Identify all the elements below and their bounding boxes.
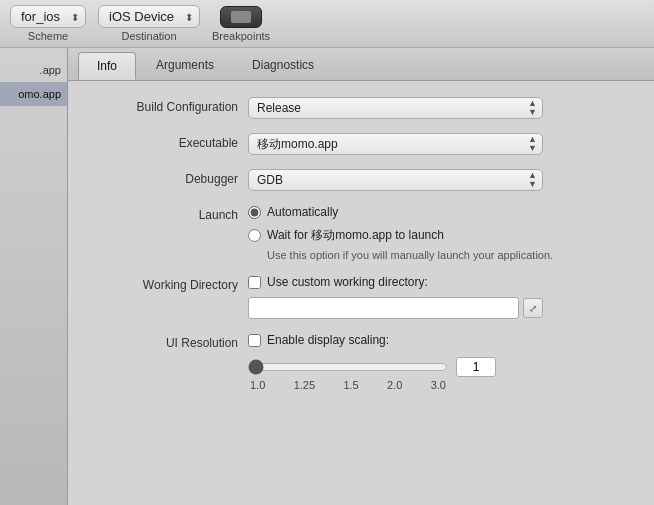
slider-value-display: 1 xyxy=(456,357,496,377)
ui-resolution-checkbox-label: Enable display scaling: xyxy=(267,333,389,347)
destination-select-wrap: iOS Device ⬍ xyxy=(98,5,200,28)
ui-resolution-control: Enable display scaling: 1 1.0 1.25 1.5 2… xyxy=(248,333,634,391)
ui-resolution-label: UI Resolution xyxy=(88,333,248,350)
build-config-row: Build Configuration Release ▲▼ xyxy=(88,97,634,119)
slider-label-3: 2.0 xyxy=(387,379,402,391)
debugger-row: Debugger GDB ▲▼ xyxy=(88,169,634,191)
launch-wait-sublabel: Use this option if you will manually lau… xyxy=(267,249,634,261)
destination-select[interactable]: iOS Device xyxy=(98,5,200,28)
executable-label: Executable xyxy=(88,133,248,150)
breakpoints-group: Breakpoints xyxy=(212,6,270,42)
destination-group: iOS Device ⬍ Destination xyxy=(98,5,200,42)
sidebar-item-0[interactable]: .app xyxy=(0,58,67,82)
tab-info[interactable]: Info xyxy=(78,52,136,80)
launch-row: Launch Automatically Wait for 移动momo.app… xyxy=(88,205,634,261)
launch-auto-label: Automatically xyxy=(267,205,338,219)
launch-auto-radio[interactable] xyxy=(248,206,261,219)
sidebar-item-1[interactable]: omo.app xyxy=(0,82,67,106)
sidebar: .app omo.app xyxy=(0,48,68,505)
destination-label: Destination xyxy=(121,30,176,42)
expand-icon: ⤢ xyxy=(529,303,537,314)
slider-label-2: 1.5 xyxy=(343,379,358,391)
slider-label-0: 1.0 xyxy=(250,379,265,391)
slider-labels: 1.0 1.25 1.5 2.0 3.0 xyxy=(248,379,448,391)
working-dir-control: Use custom working directory: ⤢ xyxy=(248,275,634,319)
working-dir-checkbox-row: Use custom working directory: xyxy=(248,275,634,289)
slider-label-1: 1.25 xyxy=(294,379,315,391)
slider-row: 1 xyxy=(248,357,634,377)
working-dir-checkbox[interactable] xyxy=(248,276,261,289)
executable-select[interactable]: 移动momo.app xyxy=(248,133,543,155)
executable-row: Executable 移动momo.app ▲▼ xyxy=(88,133,634,155)
scheme-group: for_ios ⬍ Scheme xyxy=(10,5,86,42)
working-dir-checkbox-label: Use custom working directory: xyxy=(267,275,428,289)
breakpoints-icon xyxy=(231,11,251,23)
slider-label-4: 3.0 xyxy=(431,379,446,391)
executable-select-wrap: 移动momo.app ▲▼ xyxy=(248,133,543,155)
build-config-select-wrap: Release ▲▼ xyxy=(248,97,543,119)
toolbar: for_ios ⬍ Scheme iOS Device ⬍ Destinatio… xyxy=(0,0,654,48)
working-dir-row: Working Directory Use custom working dir… xyxy=(88,275,634,319)
ui-resolution-checkbox-row: Enable display scaling: xyxy=(248,333,634,347)
debugger-select[interactable]: GDB xyxy=(248,169,543,191)
form-area: Build Configuration Release ▲▼ Executabl… xyxy=(68,81,654,505)
working-dir-input-wrap: ⤢ xyxy=(248,297,543,319)
launch-label: Launch xyxy=(88,205,248,222)
debugger-control: GDB ▲▼ xyxy=(248,169,634,191)
build-config-control: Release ▲▼ xyxy=(248,97,634,119)
launch-wait-row: Wait for 移动momo.app to launch xyxy=(248,227,634,244)
launch-wait-label: Wait for 移动momo.app to launch xyxy=(267,227,444,244)
tab-bar: Info Arguments Diagnostics xyxy=(68,48,654,81)
launch-wait-radio[interactable] xyxy=(248,229,261,242)
expand-button[interactable]: ⤢ xyxy=(523,298,543,318)
launch-control: Automatically Wait for 移动momo.app to lau… xyxy=(248,205,634,261)
executable-control: 移动momo.app ▲▼ xyxy=(248,133,634,155)
breakpoints-button[interactable] xyxy=(220,6,262,28)
scheme-select-wrap: for_ios ⬍ xyxy=(10,5,86,28)
scheme-select[interactable]: for_ios xyxy=(10,5,86,28)
resolution-slider[interactable] xyxy=(248,359,448,375)
debugger-label: Debugger xyxy=(88,169,248,186)
launch-auto-row: Automatically xyxy=(248,205,634,219)
slider-wrap: 1 1.0 1.25 1.5 2.0 3.0 xyxy=(248,357,634,391)
tab-arguments[interactable]: Arguments xyxy=(138,52,232,80)
breakpoints-label: Breakpoints xyxy=(212,30,270,42)
working-dir-label: Working Directory xyxy=(88,275,248,292)
build-config-label: Build Configuration xyxy=(88,97,248,114)
debugger-select-wrap: GDB ▲▼ xyxy=(248,169,543,191)
main-area: .app omo.app Info Arguments Diagnostics … xyxy=(0,48,654,505)
scheme-label: Scheme xyxy=(28,30,68,42)
ui-resolution-checkbox[interactable] xyxy=(248,334,261,347)
working-dir-input[interactable] xyxy=(248,297,519,319)
ui-resolution-row: UI Resolution Enable display scaling: 1 … xyxy=(88,333,634,391)
tab-diagnostics[interactable]: Diagnostics xyxy=(234,52,332,80)
content-area: Info Arguments Diagnostics Build Configu… xyxy=(68,48,654,505)
build-config-select[interactable]: Release xyxy=(248,97,543,119)
